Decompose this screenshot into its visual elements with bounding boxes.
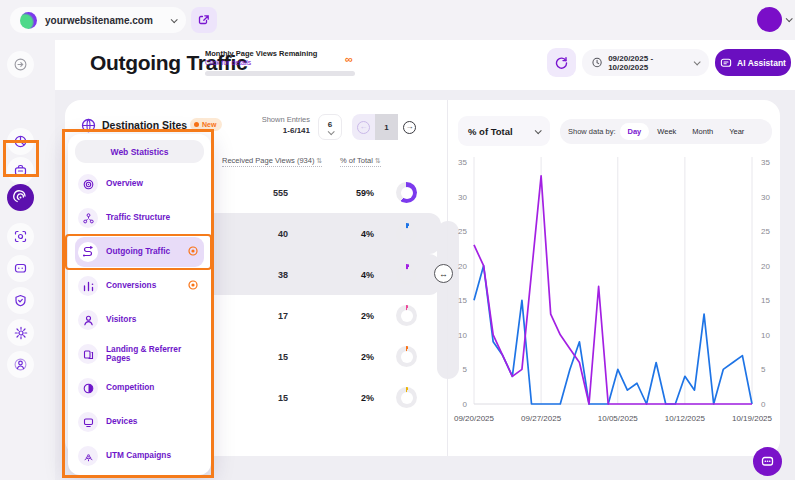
metric-label: % of Total (468, 126, 513, 137)
sort-icon: ⇅ (375, 157, 381, 164)
popup-menu-items: OverviewTraffic StructureOutgoing Traffi… (75, 169, 204, 471)
site-logo-icon (20, 12, 37, 29)
sidebar-item-settings[interactable] (7, 319, 34, 346)
refresh-button[interactable] (547, 48, 576, 77)
menu-item-label: Outgoing Traffic (106, 247, 170, 256)
menu-item-devices[interactable]: Devices (75, 407, 204, 437)
percent-donut (396, 305, 417, 326)
landing-referrer-icon (78, 344, 98, 364)
traffic-structure-icon (78, 208, 98, 228)
menu-item-conversions[interactable]: Conversions (75, 271, 204, 301)
target-scan-icon (14, 230, 27, 243)
page-size-select[interactable]: 6 (318, 114, 342, 140)
received-page-views-value: 40 (213, 229, 288, 239)
svg-text:09/20/2025: 09/20/2025 (454, 414, 495, 423)
avatar-chevron-icon[interactable] (786, 15, 793, 22)
clock-icon (592, 57, 602, 68)
sidebar-item-account[interactable] (7, 351, 34, 378)
site-selector[interactable]: yourwebsitename.com (10, 7, 186, 33)
menu-item-label: Traffic Structure (106, 213, 170, 222)
sidebar-item-projects[interactable] (7, 157, 34, 184)
percent-donut (396, 346, 417, 367)
sidebar-item-analytics[interactable] (7, 128, 34, 155)
percent-of-total-value: 4% (288, 229, 374, 239)
chevron-down-icon (694, 58, 701, 65)
percent-of-total-value: 2% (288, 393, 374, 403)
received-page-views-value: 15 (213, 352, 288, 362)
user-avatar[interactable] (757, 7, 782, 32)
chevron-down-icon (171, 16, 178, 23)
tab-month[interactable]: Month (684, 123, 721, 140)
received-page-views-value: 17 (213, 311, 288, 321)
chat-bubble-icon (761, 455, 774, 468)
tab-year[interactable]: Year (721, 123, 752, 140)
support-chat-button[interactable] (753, 447, 782, 476)
date-range-value: 09/20/2025 - 10/20/2025 (608, 54, 688, 72)
svg-text:30: 30 (761, 193, 770, 202)
show-data-by-label: Show data by: (568, 127, 616, 136)
popup-menu-header: Web Statistics (75, 140, 204, 163)
svg-text:10/05/2025: 10/05/2025 (598, 414, 639, 423)
utm-campaigns-icon (78, 446, 98, 466)
received-page-views-value: 38 (213, 270, 288, 280)
svg-text:09/27/2025: 09/27/2025 (521, 414, 562, 423)
svg-text:35: 35 (458, 158, 467, 167)
shown-entries: Shown Entries 1-6/141 (235, 115, 310, 135)
svg-text:25: 25 (458, 227, 467, 236)
external-link-button[interactable] (191, 7, 217, 33)
tab-day[interactable]: Day (620, 123, 650, 140)
received-page-views-value: 15 (213, 393, 288, 403)
menu-item-label: Landing & Referrer Pages (106, 345, 198, 363)
menu-item-label: UTM Campaigns (106, 451, 171, 460)
mpv-progress-bar (205, 71, 355, 76)
show-data-by-tabs: DayWeekMonthYear (620, 123, 753, 140)
collapse-sidebar-button[interactable] (7, 51, 34, 78)
pagination: ← 1 → (352, 114, 421, 140)
ai-assistant-button[interactable]: AI Assistant (715, 49, 791, 76)
percent-of-total-value: 2% (288, 352, 374, 362)
page-header: Outgoing Traffic Monthly Page Views Rema… (55, 40, 795, 90)
chevron-down-icon (535, 127, 542, 134)
conversions-icon (78, 276, 98, 296)
svg-text:35: 35 (761, 158, 770, 167)
date-range-picker[interactable]: 09/20/2025 - 10/20/2025 (582, 49, 709, 76)
svg-text:10: 10 (458, 331, 467, 340)
badge-dot-icon (194, 122, 199, 127)
menu-item-label: Conversions (106, 281, 156, 290)
metric-dropdown[interactable]: % of Total (458, 116, 550, 146)
menu-item-label: Overview (106, 179, 143, 188)
svg-text:30: 30 (458, 193, 467, 202)
sidebar-item-web-statistics[interactable] (7, 184, 34, 211)
tab-week[interactable]: Week (649, 123, 684, 140)
column-header-percent[interactable]: % of Total ⇅ (340, 156, 381, 167)
overview-icon (78, 174, 98, 194)
shown-entries-value: 1-6/141 (235, 126, 310, 135)
menu-item-label: Devices (106, 417, 137, 426)
ai-assistant-label: AI Assistant (737, 58, 786, 68)
menu-item-outgoing-traffic[interactable]: Outgoing Traffic (75, 237, 204, 267)
briefcase-icon (14, 164, 27, 177)
menu-item-utm-campaigns[interactable]: UTM Campaigns (75, 441, 204, 471)
sidebar-item-security[interactable] (7, 287, 34, 314)
target-badge-icon (188, 280, 198, 292)
menu-item-landing-referrer-pages[interactable]: Landing & Referrer Pages (75, 339, 204, 369)
menu-item-visitors[interactable]: Visitors (75, 305, 204, 335)
percent-donut (396, 223, 417, 244)
mpv-details-link[interactable]: Click for details (205, 59, 355, 66)
menu-item-traffic-structure[interactable]: Traffic Structure (75, 203, 204, 233)
sidebar-item-targets[interactable] (7, 223, 34, 250)
sidebar-rail (0, 40, 55, 480)
panel-resize-handle[interactable]: ↔ (434, 264, 453, 283)
menu-item-label: Competition (106, 383, 154, 392)
column-header-views[interactable]: Received Page Views (934) ⇅ (222, 156, 322, 167)
next-page-button[interactable]: → (398, 114, 421, 140)
menu-item-competition[interactable]: Competition (75, 373, 204, 403)
external-link-icon (198, 14, 210, 26)
menu-item-overview[interactable]: Overview (75, 169, 204, 199)
percent-of-total-value: 2% (288, 311, 374, 321)
prev-page-button[interactable]: ← (352, 114, 375, 140)
percent-donut (396, 387, 417, 408)
refresh-icon (555, 56, 568, 69)
sidebar-item-messages[interactable] (7, 255, 34, 282)
chart-area: 09/20/202509/27/202510/05/202510/12/2025… (450, 152, 780, 442)
